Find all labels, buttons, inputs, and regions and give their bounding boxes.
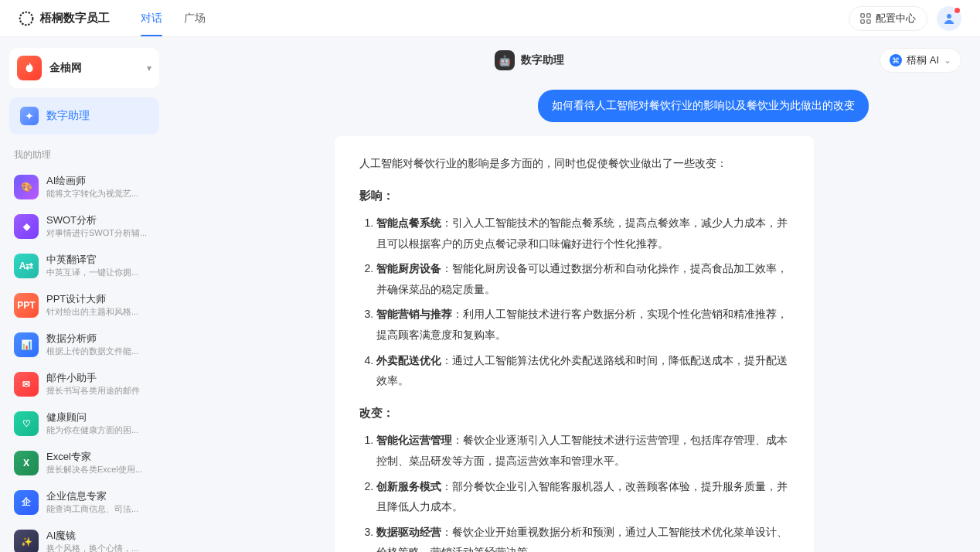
config-label: 配置中心 (876, 12, 916, 26)
sidebar-item-excel[interactable]: X Excel专家擅长解决各类Excel使用... (9, 444, 159, 482)
item-desc: 擅长解决各类Excel使用... (46, 464, 142, 475)
chevron-down-icon: ▾ (147, 63, 151, 73)
item-title: PPT设计大师 (46, 292, 138, 306)
chat-title: 数字助理 (521, 53, 564, 67)
item-desc: 能为你在健康方面的困... (46, 424, 138, 436)
sidebar-item-corp-info[interactable]: 企 企业信息专家能查询工商信息、司法... (9, 483, 159, 521)
sidebar-item-translator[interactable]: A⇄ 中英翻译官中英互译，一键让你拥... (9, 247, 159, 285)
item-desc: 擅长书写各类用途的邮件 (46, 385, 140, 397)
sidebar-item-mail[interactable]: ✉ 邮件小助手擅长书写各类用途的邮件 (9, 365, 159, 403)
item-title: AI绘画师 (46, 174, 138, 188)
list-item: 数据驱动经营：餐饮企业开始重视数据分析和预测，通过人工智能技术优化菜单设计、价格… (376, 522, 789, 552)
item-desc: 根据上传的数据文件能... (46, 346, 138, 357)
robot-icon: ✦ (20, 107, 39, 125)
chat-header: 🤖 数字助理 ⌘ 梧桐 AI ⌄ (187, 37, 961, 83)
user-message: 如何看待人工智能对餐饮行业的影响以及餐饮业为此做出的改变 (187, 90, 961, 122)
grid-icon (860, 13, 871, 24)
ppt-icon: PPT (14, 293, 39, 318)
chat-title-wrap: 🤖 数字助理 (187, 50, 872, 70)
chevron-down-icon: ⌄ (944, 55, 951, 66)
item-desc: 能查询工商信息、司法... (46, 503, 138, 515)
item-title: 数据分析师 (46, 332, 138, 346)
tab-plaza[interactable]: 广场 (184, 1, 206, 36)
svg-point-5 (947, 14, 951, 19)
list-item: 智能厨房设备：智能化厨房设备可以通过数据分析和自动化操作，提高食品加工效率，并确… (376, 258, 789, 299)
impact-list: 智能点餐系统：引入人工智能技术的智能点餐系统，提高点餐效率，减少人力成本，并且可… (359, 213, 789, 391)
chart-icon: 📊 (14, 332, 39, 357)
list-item: 外卖配送优化：通过人工智能算法优化外卖配送路线和时间，降低配送成本，提升配送效率… (376, 350, 789, 391)
active-assistant[interactable]: ✦ 数字助理 (9, 97, 159, 135)
item-title: SWOT分析 (46, 213, 147, 227)
heart-icon: ♡ (14, 411, 39, 436)
svg-point-0 (20, 12, 33, 25)
change-heading: 改变： (359, 402, 789, 424)
change-list: 智能化运营管理：餐饮企业逐渐引入人工智能技术进行运营管理，包括库存管理、成本控制… (359, 430, 789, 552)
translate-icon: A⇄ (14, 254, 39, 278)
building-icon: 企 (14, 490, 39, 515)
top-header: 梧桐数字员工 对话 广场 配置中心 (0, 0, 980, 37)
magic-icon: ✨ (14, 530, 39, 553)
logo-text: 梧桐数字员工 (40, 11, 110, 26)
sidebar-item-data-analyst[interactable]: 📊 数据分析师根据上传的数据文件能... (9, 325, 159, 363)
list-item: 创新服务模式：部分餐饮企业引入智能客服机器人，改善顾客体验，提升服务质量，并且降… (376, 476, 789, 517)
model-selector[interactable]: ⌘ 梧桐 AI ⌄ (880, 48, 961, 73)
svg-rect-3 (861, 19, 864, 22)
item-title: 中英翻译官 (46, 253, 138, 267)
item-desc: 换个风格，换个心情，... (46, 543, 138, 552)
sidebar: 金柚网 ▾ ✦ 数字助理 我的助理 🎨 AI绘画师能将文字转化为视觉艺... ◆… (0, 37, 168, 552)
model-name: 梧桐 AI (907, 53, 939, 67)
sidebar-item-ai-mirror[interactable]: ✨ AI魔镜换个风格，换个心情，... (9, 523, 159, 552)
brand-selector[interactable]: 金柚网 ▾ (9, 48, 159, 88)
impact-heading: 影响： (359, 185, 789, 207)
bot-icon: 🤖 (495, 50, 515, 70)
chat-area: 🤖 数字助理 ⌘ 梧桐 AI ⌄ 如何看待人工智能对餐饮行业的影响以及餐饮业为此… (168, 37, 980, 552)
diamond-icon: ◆ (14, 214, 39, 239)
item-title: 企业信息专家 (46, 489, 138, 503)
chat-scroll[interactable]: 如何看待人工智能对餐饮行业的影响以及餐饮业为此做出的改变 人工智能对餐饮行业的影… (187, 83, 961, 552)
item-desc: 能将文字转化为视觉艺... (46, 188, 138, 199)
sidebar-item-swot[interactable]: ◆ SWOT分析对事情进行SWOT分析辅... (9, 207, 159, 245)
sidebar-item-health[interactable]: ♡ 健康顾问能为你在健康方面的困... (9, 404, 159, 442)
active-assistant-name: 数字助理 (46, 109, 90, 123)
model-dot-icon: ⌘ (890, 54, 902, 66)
header-right: 配置中心 (849, 6, 961, 31)
brand-icon (17, 56, 42, 80)
config-center-button[interactable]: 配置中心 (849, 6, 927, 31)
item-desc: 中英互译，一键让你拥... (46, 267, 138, 278)
user-avatar[interactable] (937, 6, 961, 31)
assistant-list: 🎨 AI绘画师能将文字转化为视觉艺... ◆ SWOT分析对事情进行SWOT分析… (9, 168, 159, 552)
my-assistants-label: 我的助理 (9, 145, 159, 168)
person-icon (943, 12, 955, 25)
item-desc: 对事情进行SWOT分析辅... (46, 227, 147, 239)
ai-message: 人工智能对餐饮行业的影响是多方面的，同时也促使餐饮业做出了一些改变： 影响： 智… (187, 136, 961, 552)
item-title: AI魔镜 (46, 529, 138, 543)
ai-intro: 人工智能对餐饮行业的影响是多方面的，同时也促使餐饮业做出了一些改变： (359, 153, 789, 174)
sidebar-item-ppt[interactable]: PPT PPT设计大师针对给出的主题和风格... (9, 286, 159, 324)
main: 金柚网 ▾ ✦ 数字助理 我的助理 🎨 AI绘画师能将文字转化为视觉艺... ◆… (0, 37, 980, 552)
paint-icon: 🎨 (14, 175, 39, 199)
list-item: 智能点餐系统：引入人工智能技术的智能点餐系统，提高点餐效率，减少人力成本，并且可… (376, 213, 789, 254)
excel-icon: X (14, 451, 39, 475)
mail-icon: ✉ (14, 372, 39, 397)
list-item: 智能化运营管理：餐饮企业逐渐引入人工智能技术进行运营管理，包括库存管理、成本控制… (376, 430, 789, 471)
item-desc: 针对给出的主题和风格... (46, 306, 138, 318)
logo: 梧桐数字员工 (19, 11, 110, 26)
brand-name: 金柚网 (49, 61, 139, 75)
ai-content: 人工智能对餐饮行业的影响是多方面的，同时也促使餐饮业做出了一些改变： 影响： 智… (335, 136, 814, 552)
logo-icon (19, 11, 34, 26)
user-bubble: 如何看待人工智能对餐饮行业的影响以及餐饮业为此做出的改变 (538, 90, 869, 122)
svg-rect-2 (867, 13, 870, 16)
tab-chat[interactable]: 对话 (141, 1, 162, 36)
item-title: Excel专家 (46, 450, 142, 464)
svg-rect-1 (861, 13, 864, 16)
flame-icon (22, 61, 36, 75)
nav-tabs: 对话 广场 (141, 1, 206, 36)
svg-rect-4 (867, 19, 870, 22)
item-title: 邮件小助手 (46, 371, 140, 385)
list-item: 智能营销与推荐：利用人工智能技术进行客户数据分析，实现个性化营销和精准推荐，提高… (376, 304, 789, 345)
item-title: 健康顾问 (46, 411, 138, 424)
sidebar-item-ai-painter[interactable]: 🎨 AI绘画师能将文字转化为视觉艺... (9, 168, 159, 206)
